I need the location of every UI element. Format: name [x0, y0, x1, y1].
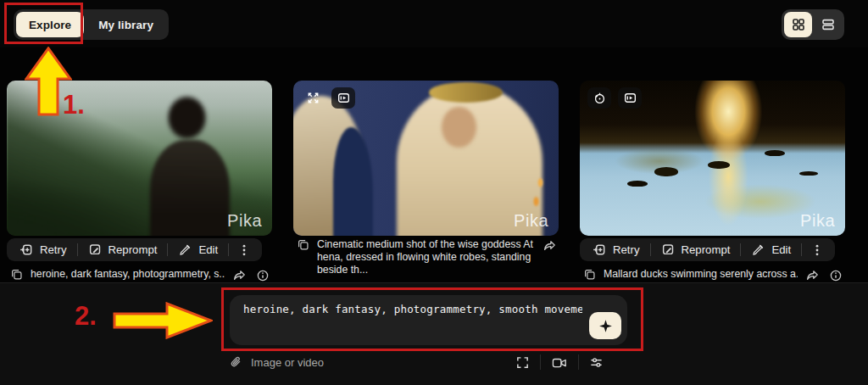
kebab-menu-icon [237, 243, 251, 257]
reprompt-label: Reprompt [108, 243, 158, 256]
thumb-art-layer [654, 167, 678, 176]
kebab-menu-icon [810, 243, 824, 257]
video-icon[interactable] [331, 87, 355, 109]
camera-button[interactable] [551, 355, 568, 370]
timer-icon[interactable] [587, 87, 611, 109]
caption-text: Mallard ducks swimming serenly across a.… [604, 267, 798, 281]
retry-button[interactable]: Retry [582, 238, 650, 261]
annotation-step1-label: 1. [63, 90, 85, 120]
grid-icon [792, 18, 805, 31]
reprompt-label: Reprompt [682, 243, 731, 256]
list-view-button[interactable] [814, 12, 842, 37]
thumb-art-layer [442, 107, 476, 148]
retry-label: Retry [613, 243, 640, 256]
generation-card: Pika Cinematic medium shot of the wise g… [293, 81, 559, 301]
generation-card: Pika Retry Reprompt Edit Malla [580, 81, 845, 301]
reprompt-button[interactable]: Reprompt [78, 238, 168, 261]
video-camera-icon [551, 355, 568, 370]
retry-button[interactable]: Retry [9, 238, 77, 261]
pika-watermark: Pika [800, 211, 835, 231]
more-menu-button[interactable] [229, 238, 259, 261]
copy-icon[interactable] [583, 267, 596, 281]
reprompt-icon [661, 243, 676, 257]
tab-my-library[interactable]: My library [86, 12, 166, 37]
video-icon[interactable] [618, 87, 642, 109]
caption-text: heroine, dark fantasy, photogrammetry, s… [31, 267, 225, 281]
caption-text: Cinematic medium shot of the wise goddes… [317, 237, 535, 276]
thumb-overlays [301, 87, 355, 109]
thumb-overlays [587, 87, 642, 109]
share-icon[interactable] [542, 238, 556, 253]
brush-icon [178, 243, 192, 257]
annotation-box-step1 [4, 3, 83, 44]
edit-button[interactable]: Edit [741, 238, 801, 261]
copy-icon[interactable] [297, 237, 309, 251]
fullscreen-icon [515, 355, 530, 370]
composer-controls [515, 354, 604, 370]
thumb-art-layer [150, 140, 230, 236]
expand-icon[interactable] [301, 87, 325, 109]
paperclip-icon [229, 355, 243, 370]
retry-label: Retry [40, 243, 67, 256]
brush-icon [751, 243, 765, 257]
card-actions: Retry Reprompt Edit [7, 238, 262, 261]
grid-view-button[interactable] [784, 12, 812, 37]
edit-button[interactable]: Edit [168, 238, 228, 261]
pika-watermark: Pika [514, 211, 548, 231]
card-actions: Retry Reprompt Edit [580, 238, 835, 261]
edit-label: Edit [771, 243, 791, 256]
fullscreen-button[interactable] [515, 355, 530, 370]
sliders-icon [589, 355, 604, 370]
settings-sliders-button[interactable] [589, 355, 604, 370]
attach-media-button[interactable]: Image or video [229, 355, 324, 370]
edit-label: Edit [198, 243, 218, 256]
retry-icon [19, 243, 34, 257]
thumb-art-layer [429, 82, 504, 103]
more-menu-button[interactable] [802, 238, 832, 261]
share-icon[interactable] [232, 268, 246, 282]
card-caption-row: Mallard ducks swimming serenly across a.… [583, 267, 843, 282]
annotation-box-step2 [221, 287, 643, 351]
thumb-art-layer [530, 176, 551, 208]
annotation-arrow-step2 [113, 302, 213, 339]
copy-icon[interactable] [10, 267, 23, 281]
retry-icon [593, 243, 607, 257]
reprompt-icon [88, 243, 103, 257]
card-caption-row: heroine, dark fantasy, photogrammetry, s… [10, 267, 270, 282]
share-icon[interactable] [805, 268, 819, 282]
info-icon[interactable] [256, 268, 270, 282]
card-thumbnail[interactable]: Pika [293, 81, 559, 236]
divider [578, 354, 579, 370]
card-thumbnail[interactable]: Pika [580, 81, 845, 236]
card-caption-row: Cinematic medium shot of the wise goddes… [297, 237, 556, 276]
list-icon [821, 18, 835, 31]
reprompt-button[interactable]: Reprompt [651, 238, 741, 261]
annotation-step2-label: 2. [75, 301, 97, 332]
pika-watermark: Pika [227, 211, 262, 231]
view-toggle [782, 9, 844, 40]
attach-media-label: Image or video [251, 356, 324, 369]
pika-app: Explore My library Pika Retry [0, 0, 868, 385]
divider [540, 354, 541, 370]
info-icon[interactable] [829, 268, 843, 282]
